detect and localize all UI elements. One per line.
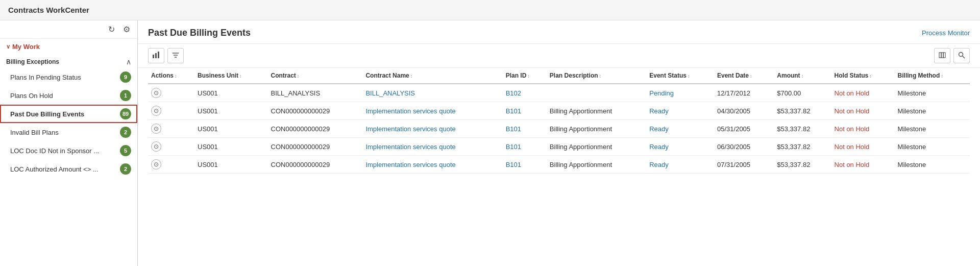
cell-plan-id: B101 xyxy=(503,102,547,120)
sidebar-item-badge: 89 xyxy=(120,108,131,119)
cell-amount: $53,337.82 xyxy=(774,102,831,120)
cell-contract: CON000000000029 xyxy=(268,102,363,120)
action-button[interactable]: ⊙ xyxy=(151,141,161,152)
cell-plan-id: B101 xyxy=(503,120,547,138)
event-status-value: Ready xyxy=(649,161,669,168)
columns-button[interactable] xyxy=(934,48,950,63)
table-row: ⊙US001CON000000000029Implementation serv… xyxy=(148,120,970,138)
sidebar-item-badge: 2 xyxy=(120,163,131,175)
cell-event-status: Ready xyxy=(646,156,714,174)
cell-action: ⊙ xyxy=(148,138,194,156)
billing-exceptions-label: Billing Exceptions xyxy=(6,58,59,65)
cell-hold-status: Not on Hold xyxy=(831,138,895,156)
cell-action: ⊙ xyxy=(148,120,194,138)
sidebar-item-badge: 9 xyxy=(120,71,131,83)
cell-contract: BILL_ANALYSIS xyxy=(268,84,363,102)
action-button[interactable]: ⊙ xyxy=(151,88,161,98)
main-layout: ↻ ⚙ ∨ My Work Billing Exceptions ∧ Plans… xyxy=(0,20,980,266)
sidebar-item-loc-authorized[interactable]: LOC Authorized Amount <> ... 2 xyxy=(0,160,137,178)
hold-status-value: Not on Hold xyxy=(835,143,870,151)
filter-icon xyxy=(172,52,179,60)
contract-name-link[interactable]: Implementation services quote xyxy=(365,107,455,115)
cell-plan-id: B101 xyxy=(503,156,547,174)
cell-event-status: Ready xyxy=(646,102,714,120)
cell-contract: CON000000000029 xyxy=(268,120,363,138)
col-business-unit[interactable]: Business Unit↕ xyxy=(194,68,267,84)
col-hold-status[interactable]: Hold Status↕ xyxy=(831,68,895,84)
cell-billing-method: Milestone xyxy=(895,102,970,120)
sidebar-item-badge: 1 xyxy=(120,90,131,101)
contract-name-link[interactable]: Implementation services quote xyxy=(365,143,455,151)
event-status-value: Ready xyxy=(649,125,669,133)
table-header: Actions↕Business Unit↕Contract↕Contract … xyxy=(148,68,970,84)
plan-id-link[interactable]: B101 xyxy=(506,161,521,168)
sidebar-refresh-icon[interactable]: ↻ xyxy=(106,23,117,35)
svg-line-10 xyxy=(963,56,965,58)
table-row: ⊙US001CON000000000029Implementation serv… xyxy=(148,138,970,156)
cell-plan-description: Billing Apportionment xyxy=(547,102,646,120)
sidebar-item-badge: 2 xyxy=(120,127,131,138)
filter-button[interactable] xyxy=(167,48,184,63)
svg-point-9 xyxy=(959,52,963,56)
action-button[interactable]: ⊙ xyxy=(151,159,161,170)
sidebar-settings-icon[interactable]: ⚙ xyxy=(121,23,132,35)
search-button[interactable] xyxy=(953,48,970,63)
plan-id-link[interactable]: B101 xyxy=(506,125,521,133)
col-contract[interactable]: Contract↕ xyxy=(268,68,363,84)
toolbar-left xyxy=(148,48,184,63)
sidebar-item-label: LOC Doc ID Not in Sponsor ... xyxy=(10,147,99,155)
svg-rect-2 xyxy=(158,52,159,58)
col-event-date[interactable]: Event Date↕ xyxy=(714,68,774,84)
cell-contract-name: Implementation services quote xyxy=(362,138,502,156)
process-monitor-link[interactable]: Process Monitor xyxy=(922,29,970,37)
sidebar-item-plans-in-pending[interactable]: Plans In Pending Status 9 xyxy=(0,68,137,86)
col-event-status[interactable]: Event Status↕ xyxy=(646,68,714,84)
billing-exceptions-collapse[interactable]: ∧ xyxy=(126,58,131,66)
sidebar-my-work[interactable]: ∨ My Work xyxy=(0,39,137,55)
billing-exceptions-group: Billing Exceptions ∧ xyxy=(0,55,137,68)
sort-icon: ↕ xyxy=(941,74,943,79)
table-toolbar xyxy=(138,44,980,68)
content-header: Past Due Billing Events Process Monitor xyxy=(138,20,980,44)
event-status-value: Pending xyxy=(649,89,674,97)
cell-action: ⊙ xyxy=(148,156,194,174)
col-billing-method[interactable]: Billing Method↕ xyxy=(895,68,970,84)
cell-amount: $53,337.82 xyxy=(774,138,831,156)
table-row: ⊙US001CON000000000029Implementation serv… xyxy=(148,156,970,174)
sidebar-item-plans-on-hold[interactable]: Plans On Hold 1 xyxy=(0,86,137,105)
cell-event-date: 05/31/2005 xyxy=(714,120,774,138)
plan-id-link[interactable]: B101 xyxy=(506,143,521,151)
col-amount[interactable]: Amount↕ xyxy=(774,68,831,84)
cell-contract-name: Implementation services quote xyxy=(362,102,502,120)
sidebar-item-label: Past Due Billing Events xyxy=(10,110,84,118)
cell-contract-name: BILL_ANALYSIS xyxy=(362,84,502,102)
action-button[interactable]: ⊙ xyxy=(151,106,161,116)
chart-button[interactable] xyxy=(148,48,164,63)
col-contract-name[interactable]: Contract Name↕ xyxy=(362,68,502,84)
contract-name-link[interactable]: Implementation services quote xyxy=(365,161,455,168)
col-actions[interactable]: Actions↕ xyxy=(148,68,194,84)
plan-id-link[interactable]: B102 xyxy=(506,89,521,97)
app-header: Contracts WorkCenter xyxy=(0,0,980,20)
sort-icon: ↕ xyxy=(297,74,300,79)
action-button[interactable]: ⊙ xyxy=(151,124,161,134)
contract-name-link[interactable]: BILL_ANALYSIS xyxy=(365,89,415,97)
sidebar-items-container: Plans In Pending Status 9 Plans On Hold … xyxy=(0,68,137,178)
sort-icon: ↕ xyxy=(801,74,804,79)
sort-icon: ↕ xyxy=(688,74,690,79)
contract-name-link[interactable]: Implementation services quote xyxy=(365,125,455,133)
sidebar-item-invalid-bill-plans[interactable]: Invalid Bill Plans 2 xyxy=(0,123,137,141)
col-plan-desc[interactable]: Plan Description↕ xyxy=(547,68,646,84)
cell-plan-id: B102 xyxy=(503,84,547,102)
sort-icon: ↕ xyxy=(175,74,177,79)
columns-icon xyxy=(939,52,946,60)
hold-status-value: Not on Hold xyxy=(835,161,870,168)
cell-action: ⊙ xyxy=(148,102,194,120)
sidebar-item-loc-doc-id[interactable]: LOC Doc ID Not in Sponsor ... 5 xyxy=(0,141,137,160)
plan-id-link[interactable]: B101 xyxy=(506,107,521,115)
svg-rect-0 xyxy=(153,55,154,58)
cell-event-status: Ready xyxy=(646,138,714,156)
col-plan-id[interactable]: Plan ID↕ xyxy=(503,68,547,84)
table-row: ⊙US001CON000000000029Implementation serv… xyxy=(148,102,970,120)
sidebar-item-past-due-billing[interactable]: Past Due Billing Events 89 xyxy=(0,105,137,123)
